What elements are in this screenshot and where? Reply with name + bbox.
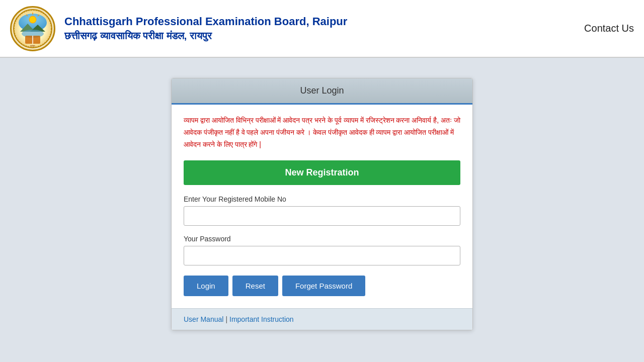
main-content: User Login व्यापम द्वारा आयोजित विभिन्र … [0, 58, 644, 350]
mobile-label: Enter Your Registered Mobile No [184, 195, 460, 203]
action-buttons: Login Reset Forget Password [184, 276, 460, 308]
svg-text:व्यापम: व्यापम [30, 44, 35, 47]
svg-point-2 [29, 16, 36, 23]
header-left: व्यापम Chhattisgarh Professional Examina… [10, 6, 347, 51]
logo-inner: व्यापम [12, 8, 54, 50]
org-name-hindi: छत्तीसगढ़ व्यावसायिक परीक्षा मंडल, रायपु… [64, 29, 347, 42]
login-button[interactable]: Login [184, 276, 228, 296]
logo: व्यापम [10, 6, 55, 51]
org-title: Chhattisgarh Professional Examination Bo… [64, 15, 347, 42]
reset-button[interactable]: Reset [232, 276, 278, 296]
mobile-input[interactable] [184, 206, 460, 226]
mobile-form-group: Enter Your Registered Mobile No [184, 195, 460, 226]
user-manual-link[interactable]: User Manual [184, 315, 223, 323]
forget-password-button[interactable]: Forget Password [282, 276, 365, 296]
footer-separator: | [225, 315, 227, 323]
card-footer: User Manual|Important Instruction [172, 308, 472, 330]
card-header: User Login [172, 78, 472, 105]
info-text: व्यापम द्वारा आयोजित विभिन्र परीक्षाओं म… [184, 115, 460, 150]
new-registration-button[interactable]: New Registration [184, 160, 460, 185]
card-title: User Login [300, 85, 344, 96]
footer-links: User Manual|Important Instruction [184, 315, 294, 323]
password-form-group: Your Password [184, 235, 460, 265]
important-instruction-link[interactable]: Important Instruction [229, 315, 294, 323]
password-label: Your Password [184, 235, 460, 243]
login-card: User Login व्यापम द्वारा आयोजित विभिन्र … [171, 78, 473, 330]
header: व्यापम Chhattisgarh Professional Examina… [0, 0, 644, 58]
password-input[interactable] [184, 246, 460, 265]
org-name-english: Chhattisgarh Professional Examination Bo… [64, 15, 347, 29]
card-body: व्यापम द्वारा आयोजित विभिन्र परीक्षाओं म… [172, 105, 472, 308]
contact-us-link[interactable]: Contact Us [584, 23, 634, 34]
